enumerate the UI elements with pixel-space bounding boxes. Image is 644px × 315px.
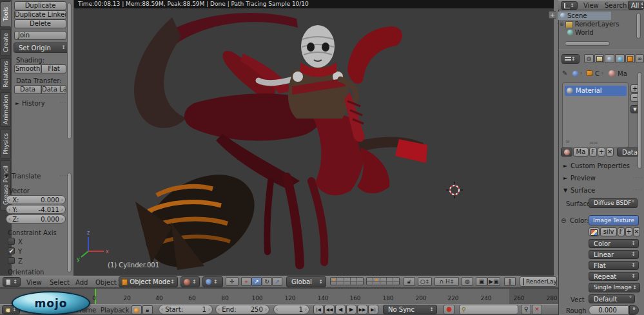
keying-set-field[interactable]: ⚲ — [459, 305, 518, 314]
tab-scene-icon[interactable] — [605, 54, 614, 63]
tab-world-icon[interactable] — [615, 54, 625, 63]
manipulator-axes-button[interactable]: ⌖ — [241, 277, 251, 286]
tab-constraints-icon[interactable]: ∞ — [636, 54, 644, 63]
custom-properties-expander-icon[interactable]: ► — [563, 163, 567, 169]
outliner-menu-search[interactable]: Search — [605, 2, 627, 9]
tab-create[interactable]: Create — [0, 29, 11, 56]
color-space-dropdown[interactable]: Color↕ — [589, 239, 639, 248]
renderlayer-button[interactable]: RenderLayer — [520, 276, 557, 287]
snap-peel-button[interactable]: ◍ — [462, 277, 473, 286]
menu-view[interactable]: View — [26, 279, 42, 286]
image-fake-user-button[interactable]: F — [618, 227, 625, 236]
jump-to-end-button[interactable]: ▶| — [368, 305, 378, 314]
image-unlink-button[interactable]: ✕ — [633, 227, 640, 236]
manipulator-rotate-button[interactable]: ↻ — [262, 277, 272, 286]
surface-panel-header[interactable]: Surface — [571, 187, 595, 194]
end-frame-field[interactable]: ‹End: 250› — [215, 305, 269, 314]
layers-grid-1[interactable] — [330, 277, 364, 285]
outliner-row-scene[interactable]: Scene — [558, 12, 611, 20]
delete-button[interactable]: Delete — [14, 19, 66, 28]
vector-y-field[interactable]: ‹Y: -4.011› — [6, 205, 66, 214]
shading-dropdown[interactable]: ↕ — [181, 276, 200, 287]
orientation-dropdown[interactable]: Global ↕ — [286, 276, 326, 287]
data-button[interactable]: Data — [14, 85, 41, 94]
list-resize-grip[interactable]: ══ — [590, 140, 598, 146]
record-button[interactable]: ● — [444, 305, 454, 314]
properties-editor-type-button[interactable]: ↕ — [561, 54, 580, 64]
toolshelf-scrollbar-top[interactable] — [67, 3, 72, 139]
insert-keyframe-button[interactable]: ⚲ — [521, 305, 531, 314]
translate-grip[interactable]: ···· — [59, 173, 69, 179]
surface-shader-dropdown[interactable]: Diffuse BSDF ° — [589, 198, 638, 208]
duplicate-linked-button[interactable]: Duplicate Linked — [14, 10, 66, 19]
set-origin-dropdown[interactable]: Set Origin↕ — [14, 43, 69, 53]
translate-panel-header[interactable]: Translate — [12, 173, 41, 180]
play-button[interactable]: ▶ — [346, 305, 356, 314]
extension-dropdown[interactable]: Repeat↕ — [589, 272, 639, 281]
outliner-vscrollbar[interactable] — [636, 13, 641, 39]
mode-dropdown[interactable]: Object Mode ↕ — [119, 276, 178, 287]
lock-time-button[interactable]: 🔒︎ — [142, 305, 153, 314]
history-expander-icon[interactable]: ► — [15, 100, 19, 106]
outliner-display-filter-dropdown[interactable]: All S — [628, 1, 644, 10]
preview-expander-icon[interactable]: ► — [563, 175, 567, 181]
tab-render-icon[interactable] — [584, 54, 594, 63]
viewport-editor-type-button[interactable]: ↕ — [3, 277, 21, 287]
current-frame-field[interactable]: ‹ 1› — [273, 305, 309, 314]
flat-button[interactable]: Flat — [41, 64, 66, 73]
tab-physics[interactable]: Physics — [0, 129, 11, 158]
delete-keyframe-button[interactable]: ✕ — [532, 305, 542, 314]
tab-relations[interactable]: Relations — [0, 58, 11, 90]
constraint-z-checkbox[interactable] — [8, 257, 15, 264]
menu-select[interactable]: Select — [50, 279, 70, 286]
material-browse-button[interactable] — [561, 148, 572, 157]
preview-panel-header[interactable]: Preview — [571, 175, 596, 182]
preview-grip[interactable]: ···· — [633, 175, 643, 181]
properties-vscrollbar[interactable] — [638, 72, 642, 169]
color-socket-icon[interactable]: ⊖ — [561, 217, 566, 224]
opengl-render-button[interactable]: ▣ — [476, 277, 487, 286]
outliner-hscrollbar[interactable] — [565, 41, 610, 46]
join-button[interactable]: Join — [14, 31, 66, 40]
color-node-button[interactable]: Image Texture — [589, 215, 639, 225]
manipulator-toggle-button[interactable]: ✛ — [226, 277, 239, 286]
surface-grip[interactable]: ···· — [633, 187, 643, 193]
interpolation-dropdown[interactable]: Linear↕ — [589, 250, 639, 259]
translate-expander-icon[interactable]: ▼ — [5, 173, 8, 179]
tab-animation[interactable]: Animation — [0, 92, 11, 127]
image-name-field[interactable]: silv — [600, 227, 617, 236]
preview-range-button[interactable] — [132, 305, 142, 314]
viewport-3d[interactable]: Time:00:08.13 | Mem:88.59M, Peak:88.59M … — [74, 0, 554, 276]
outliner-menu-view[interactable]: View — [583, 2, 599, 9]
pin-icon[interactable]: ✎ — [562, 70, 567, 77]
image-new-button[interactable]: + — [625, 227, 632, 236]
pause-render-button[interactable]: ‖ — [504, 277, 516, 286]
menu-object[interactable]: Object — [95, 279, 117, 286]
manipulator-scale-button[interactable]: ↗ — [272, 277, 282, 286]
image-browse-button[interactable] — [589, 227, 600, 236]
material-add-user-button[interactable]: + — [598, 148, 605, 157]
layers-grid-2[interactable] — [366, 277, 400, 285]
viewport-expand-button[interactable]: + — [549, 11, 556, 19]
toolshelf-scrollbar-bottom[interactable] — [67, 173, 72, 272]
vector-dropdown[interactable]: Default° — [589, 294, 635, 303]
proportional-edit-button[interactable]: ○↕ — [418, 277, 432, 286]
projection-dropdown[interactable]: Flat↕ — [589, 261, 639, 270]
outliner-row-renderlayers[interactable]: ⊕ RenderLayers — [558, 20, 644, 28]
breadcrumb-object[interactable]: C — [595, 70, 600, 77]
snap-magnet-button[interactable]: ∩ H↕ — [434, 277, 459, 286]
jump-to-start-button[interactable]: |◀ — [313, 305, 324, 314]
outliner-row-world[interactable]: World — [558, 28, 644, 37]
duplicate-button[interactable]: Duplicate — [14, 1, 66, 10]
vector-z-field[interactable]: ‹Z: 0.000› — [6, 215, 66, 224]
material-name-field[interactable]: Ma — [573, 148, 589, 157]
breadcrumb-material[interactable]: Ma — [618, 70, 627, 77]
surface-expander-icon[interactable]: ▼ — [563, 187, 567, 193]
tab-render-layers-icon[interactable] — [594, 54, 604, 63]
outliner-editor-type-button[interactable]: ↕ — [561, 1, 578, 10]
material-unlink-button[interactable]: ✕ — [606, 148, 614, 157]
source-dropdown[interactable]: Single Image↕ — [589, 283, 640, 292]
constraint-y-checkbox[interactable]: ✔ — [8, 247, 15, 254]
prev-keyframe-button[interactable]: ◀◀ — [324, 305, 335, 314]
tab-tools[interactable]: Tools — [0, 1, 11, 27]
